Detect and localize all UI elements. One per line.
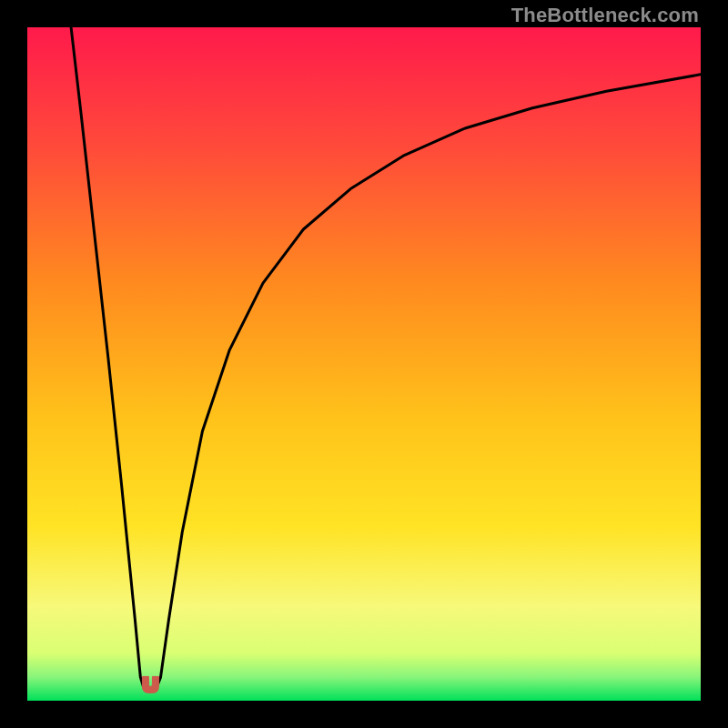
plot-svg [27,27,701,701]
chart-frame: TheBottleneck.com [0,0,728,728]
gradient-background [27,27,701,701]
plot-area [27,27,701,701]
attribution-text: TheBottleneck.com [511,4,699,27]
